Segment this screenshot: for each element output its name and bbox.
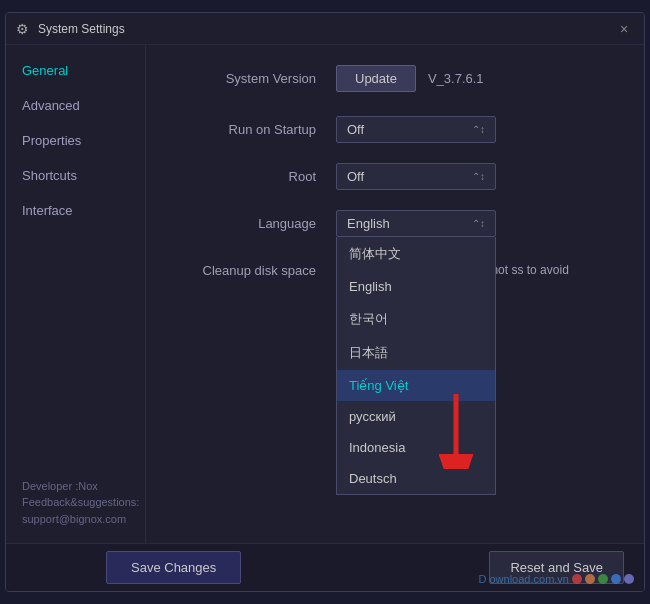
settings-icon: ⚙ [16,21,32,37]
lang-option-zh[interactable]: 简体中文 [337,237,495,271]
dot-red [572,574,582,584]
watermark-text2: ownload.com.vn [490,573,570,585]
down-arrow-icon [416,389,496,469]
system-settings-window: ⚙ System Settings × General Advanced Pro… [5,12,645,592]
sidebar-item-properties[interactable]: Properties [6,123,145,158]
language-value: English [347,216,390,231]
language-label: Language [176,216,336,231]
language-row: Language English ⌃↕ 简体中文 English 한국어 日本語… [176,210,614,237]
window-title: System Settings [38,22,614,36]
bottom-bar: Save Changes Reset and Save D ownload.co… [6,543,644,591]
sidebar-item-interface[interactable]: Interface [6,193,145,228]
sidebar-item-shortcuts[interactable]: Shortcuts [6,158,145,193]
arrow-indicator [416,389,496,473]
dot-blue [611,574,621,584]
version-number: V_3.7.6.1 [428,71,484,86]
update-button[interactable]: Update [336,65,416,92]
title-bar: ⚙ System Settings × [6,13,644,45]
lang-option-ja[interactable]: 日本語 [337,336,495,370]
feedback-label: Feedback&suggestions: [22,494,129,511]
version-row: System Version Update V_3.7.6.1 [176,65,614,92]
dot-orange [585,574,595,584]
language-dropdown-container: English ⌃↕ 简体中文 English 한국어 日本語 Tiếng Vi… [336,210,496,237]
developer-label: Developer :Nox [22,478,129,495]
run-on-startup-value: Off [347,122,364,137]
save-changes-button[interactable]: Save Changes [106,551,241,584]
cleanup-label: Cleanup disk space [176,257,336,278]
run-on-startup-row: Run on Startup Off ⌃↕ [176,116,614,143]
root-arrow-icon: ⌃↕ [472,171,485,182]
run-on-startup-arrow-icon: ⌃↕ [472,124,485,135]
content-area: General Advanced Properties Shortcuts In… [6,45,644,543]
sidebar: General Advanced Properties Shortcuts In… [6,45,146,543]
sidebar-item-advanced[interactable]: Advanced [6,88,145,123]
close-button[interactable]: × [614,21,634,37]
watermark-text: D [479,573,487,585]
email-label: support@bignox.com [22,511,129,528]
watermark: D ownload.com.vn [479,573,634,585]
main-content: System Version Update V_3.7.6.1 Run on S… [146,45,644,543]
dot-purple [624,574,634,584]
lang-option-en[interactable]: English [337,271,495,302]
run-on-startup-dropdown[interactable]: Off ⌃↕ [336,116,496,143]
language-dropdown[interactable]: English ⌃↕ [336,210,496,237]
lang-option-ko[interactable]: 한국어 [337,302,495,336]
dot-green [598,574,608,584]
root-dropdown[interactable]: Off ⌃↕ [336,163,496,190]
root-row: Root Off ⌃↕ [176,163,614,190]
language-arrow-icon: ⌃↕ [472,218,485,229]
sidebar-footer: Developer :Nox Feedback&suggestions: sup… [6,462,145,544]
version-label: System Version [176,71,336,86]
watermark-dots [572,574,634,584]
root-value: Off [347,169,364,184]
sidebar-item-general[interactable]: General [6,53,145,88]
root-label: Root [176,169,336,184]
run-on-startup-label: Run on Startup [176,122,336,137]
